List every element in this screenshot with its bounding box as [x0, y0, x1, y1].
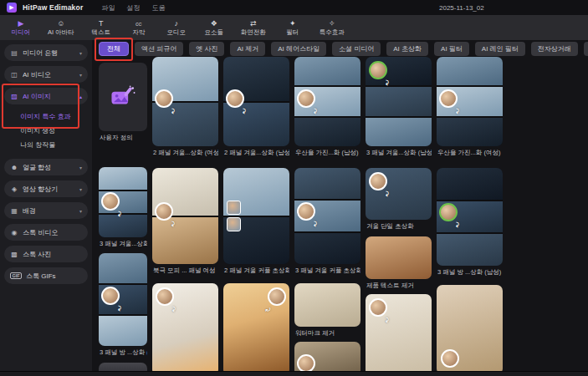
sidebar-item-background[interactable]: ▦배경▾	[4, 202, 88, 219]
sidebar-item-label: 얼굴 합성	[23, 163, 75, 172]
template-card-winter-single-portrait[interactable]	[366, 168, 432, 220]
filter-tab-ecommerce[interactable]: 전자상거래	[531, 42, 578, 56]
bottom-panel-edge	[0, 371, 588, 376]
avatar-inset	[297, 354, 315, 371]
thumbnail-panel	[294, 283, 360, 327]
toolbar-item-elements[interactable]: ❖요소들	[203, 19, 225, 37]
filter-tab-ai-hairstyle[interactable]: AI 헤어스타일	[271, 42, 326, 56]
image-icon: ▨	[10, 93, 18, 100]
thumbnail-panel	[152, 103, 218, 147]
toolbar-item-label: 화면전환	[241, 28, 266, 37]
template-card-arctic-fur-female[interactable]	[152, 168, 218, 264]
toolbar-item-subtitle[interactable]: ㏄자막	[128, 19, 150, 37]
toolbar-item-audio[interactable]: ♪오디오	[166, 19, 187, 37]
toolbar-item-label: 텍스트	[91, 28, 110, 37]
toolbar-item-ai-avatar[interactable]: ☺AI 아바타	[48, 19, 74, 37]
filter-tab-ai-rain-filter[interactable]: AI 레인 필터	[475, 42, 525, 56]
photo-inset	[227, 217, 241, 231]
grid-column-5: 3 패널 겨울...상화 (남성)겨울 단일 초상화제품 텍스트 제거	[366, 57, 432, 371]
avatar-inset	[369, 61, 387, 79]
template-card-chibi-figure[interactable]	[366, 294, 432, 371]
template-card-label: 3 패널 겨울 커플 초상화	[294, 264, 360, 277]
sidebar-item-label: AI 이미지	[23, 92, 75, 101]
filter-tab-ai-portrait[interactable]: AI 초상화	[386, 42, 428, 56]
filter-tab-halloween[interactable]: 할로윈	[584, 42, 588, 56]
filter-tab-ai-filter[interactable]: AI 필터	[434, 42, 469, 56]
filter-tab-old-photo[interactable]: 옛 사진	[189, 42, 224, 56]
transition-icon: ⇄	[250, 19, 257, 28]
sidebar-item-ai-video[interactable]: ◫AI 비디오▾	[4, 66, 88, 83]
sidebar-subitem-image-gen[interactable]: 이미지 생성	[0, 124, 92, 138]
sidebar-item-stock-video[interactable]: ◉스톡 비디오	[4, 224, 88, 241]
template-card-label: 우산을 가진...화 (여성)	[437, 146, 503, 159]
thumbnail-panel	[366, 87, 432, 115]
template-card-2panel-winter-male[interactable]	[223, 57, 289, 146]
stock-gif-icon: GIF	[10, 272, 22, 279]
text-icon: T	[99, 19, 104, 28]
template-card-label: 사용자 정의	[99, 131, 147, 144]
menu-bar: 파일설정도움	[101, 3, 165, 13]
template-card-partial-next[interactable]	[99, 363, 147, 371]
background-icon: ▦	[10, 207, 18, 215]
sidebar: ▤미디어 은행▾◫AI 비디오▾▨AI 이미지▴이미지 특수 효과이미지 생성나…	[0, 40, 92, 371]
template-card-3panel-winter-couple[interactable]	[294, 168, 360, 264]
template-card-watermark-remove[interactable]	[294, 283, 360, 327]
template-card-label: 워터마크 제거	[294, 327, 360, 339]
app-title: HitPaw Edimakor	[23, 3, 83, 12]
toolbar-item-label: 미디어	[12, 28, 31, 37]
thumbnail-panel	[437, 168, 503, 200]
template-card-label: 3 패널 겨울...상화 (여성)	[99, 237, 147, 250]
grid-column-2: 2 패널 겨울...상화 (여성)북극 모피 ... 패널 여성	[152, 57, 218, 371]
template-card-3panel-winter-male[interactable]	[366, 57, 432, 146]
face-icon: ☻	[10, 164, 18, 171]
toolbar-item-text[interactable]: T텍스트	[90, 19, 112, 37]
sidebar-item-label: 스톡 비디오	[23, 228, 82, 237]
toolbar-item-media[interactable]: ▶미디어	[10, 19, 32, 37]
template-card-3panel-winter-female[interactable]	[99, 167, 147, 237]
avatar-inset	[101, 287, 120, 305]
sidebar-subitem-image-fx[interactable]: 이미지 특수 효과	[0, 109, 92, 124]
chevron-up-icon: ▴	[79, 94, 82, 99]
template-card-2panel-winter-female[interactable]	[152, 57, 218, 146]
toolbar-item-effects[interactable]: ✧특수효과	[320, 19, 345, 37]
menu-help[interactable]: 도움	[151, 3, 165, 13]
avatar-inset	[226, 89, 244, 108]
menu-settings[interactable]: 설정	[126, 3, 140, 13]
sidebar-item-stock-gifs[interactable]: GIF스톡 GIFs	[4, 267, 88, 284]
filter-tab-ai-remove[interactable]: AI 제거	[230, 42, 265, 56]
template-card-shark-cat[interactable]	[152, 283, 218, 371]
template-card-2panel-winter-couple[interactable]	[223, 168, 289, 264]
sidebar-item-label: 스톡 사진	[23, 250, 82, 259]
photo-inset	[227, 201, 241, 215]
template-card-custom[interactable]	[99, 63, 147, 131]
sidebar-item-video-enhancer[interactable]: ◈영상 향상기▾	[4, 180, 88, 197]
filter-tab-action-figure[interactable]: 액션 피규어	[135, 42, 183, 56]
thumbnail-panel	[99, 363, 147, 371]
filter-tab-social-media[interactable]: 소셜 미디어	[332, 42, 381, 56]
template-card-3panel-room-female[interactable]	[99, 253, 147, 346]
sidebar-item-media-bank[interactable]: ▤미디어 은행▾	[4, 44, 88, 61]
grid-column-3: 2 패널 겨울...상화 (남성)2 패널 겨울 커플 초상화	[223, 57, 289, 371]
template-card-umbrella-female[interactable]	[437, 57, 503, 146]
template-card-umbrella-male[interactable]	[294, 57, 360, 146]
toolbar-item-filter[interactable]: ✦필터	[282, 19, 304, 37]
custom-image-icon	[110, 84, 136, 109]
toolbar-item-transition[interactable]: ⇄화면전환	[241, 19, 266, 37]
app-logo-icon: ▶	[7, 3, 17, 13]
menu-file[interactable]: 파일	[101, 3, 115, 13]
template-card-product-text-remove[interactable]	[366, 236, 432, 279]
template-card-painting-portrait[interactable]	[294, 342, 360, 371]
template-card-matryoshka-cats[interactable]	[223, 283, 289, 371]
thumbnail-panel	[437, 234, 503, 266]
sidebar-item-stock-photo[interactable]: ▩스톡 사진	[4, 246, 88, 262]
sidebar-item-face-swap[interactable]: ☻얼굴 합성▾	[4, 159, 88, 175]
sidebar-subitem-my-creations[interactable]: 나의 창작물	[0, 138, 92, 152]
template-card-woman-tank-top[interactable]	[437, 285, 503, 371]
chevron-down-icon: ▾	[79, 186, 82, 192]
filter-tab-all[interactable]: 전체	[99, 42, 129, 56]
filter-bar: 전체액션 피규어옛 사진AI 제거AI 헤어스타일소셜 미디어AI 초상화AI …	[99, 42, 588, 56]
template-card-label: 겨울 단일 초상화	[366, 220, 432, 232]
template-card-3panel-room-male[interactable]	[437, 168, 503, 266]
chevron-down-icon: ▾	[79, 72, 82, 78]
sidebar-item-ai-image[interactable]: ▨AI 이미지▴	[4, 88, 88, 104]
